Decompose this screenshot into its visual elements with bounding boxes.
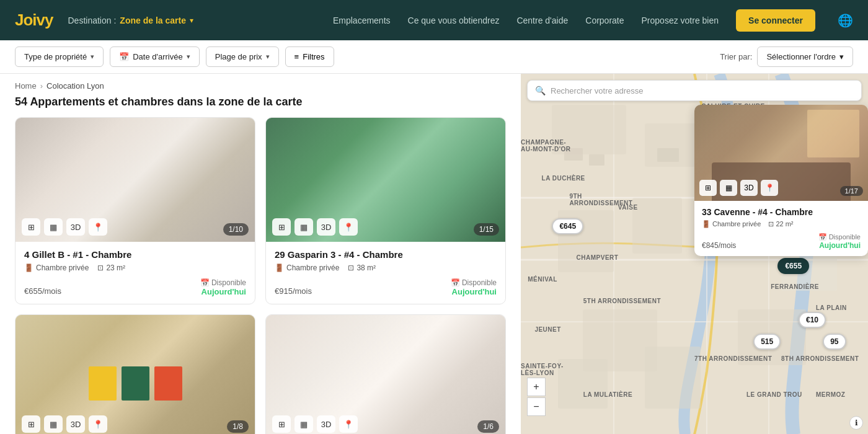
map-pin-645[interactable]: €645 bbox=[552, 218, 583, 234]
property-availability: 📅 Disponible Aujourd'hui bbox=[451, 278, 497, 296]
location-btn[interactable]: 📍 bbox=[89, 218, 107, 236]
popup-3d-btn[interactable]: 3D bbox=[740, 180, 758, 196]
nav-emplacements[interactable]: Emplacements bbox=[333, 16, 391, 25]
svg-rect-7 bbox=[552, 105, 626, 154]
door-icon: 🚪 bbox=[24, 264, 33, 272]
map-search[interactable]: 🔍 Rechercher votre adresse bbox=[527, 80, 862, 101]
filters-button[interactable]: ≡ Filtres bbox=[285, 46, 334, 67]
location-btn[interactable]: 📍 bbox=[339, 415, 358, 433]
door-icon: 🚪 bbox=[702, 220, 711, 228]
card-body: 4 Gillet B - #1 - Chambre 🚪 Chambre priv… bbox=[16, 242, 255, 304]
photo-view-btn[interactable]: ⊞ bbox=[22, 415, 40, 433]
popup-footer: €845/mois 📅 Disponible Aujourd'hui bbox=[702, 233, 861, 250]
photo-view-btn[interactable]: ⊞ bbox=[22, 218, 40, 236]
floorplan-btn[interactable]: ▦ bbox=[44, 218, 63, 236]
image-controls: ⊞ ▦ 3D 📍 bbox=[272, 218, 358, 236]
property-availability: 📅 Disponible Aujourd'hui bbox=[200, 278, 246, 296]
card-footer: €915/mois 📅 Disponible Aujourd'hui bbox=[275, 278, 497, 296]
property-title: 4 Gillet B - #1 - Chambre bbox=[24, 249, 246, 260]
nav-obtiendrez[interactable]: Ce que vous obtiendrez bbox=[408, 16, 500, 25]
connect-button[interactable]: Se connecter bbox=[736, 9, 815, 32]
destination-selector[interactable]: Destination : Zone de la carte ▾ bbox=[68, 16, 193, 25]
results-title: 54 Appartements et chambres dans la zone… bbox=[15, 95, 506, 108]
arrival-date-filter[interactable]: 📅 Date d'arrivée ▾ bbox=[110, 46, 200, 67]
breadcrumb-home[interactable]: Home bbox=[15, 81, 37, 91]
globe-icon[interactable]: 🌐 bbox=[838, 13, 853, 28]
property-type-filter[interactable]: Type de propriété ▾ bbox=[15, 46, 104, 67]
destination-value: Zone de la carte bbox=[120, 16, 186, 25]
floorplan-btn[interactable]: ▦ bbox=[294, 415, 313, 433]
property-card[interactable]: ⊞ ▦ 3D 📍 1/8 Colocation Lyon - Chambre 3… bbox=[15, 314, 255, 434]
3d-btn[interactable]: 3D bbox=[66, 415, 85, 433]
map-property-popup[interactable]: ⊞ ▦ 3D 📍 1/17 33 Cavenne - #4 - Chambre … bbox=[694, 105, 868, 256]
calendar-icon: 📅 bbox=[451, 278, 460, 287]
results-label: Appartements et chambres dans la zone de… bbox=[30, 95, 302, 108]
calendar-icon: 📅 bbox=[119, 52, 129, 61]
breadcrumb: Home › Colocation Lyon bbox=[15, 81, 506, 91]
3d-btn[interactable]: 3D bbox=[66, 218, 85, 236]
breadcrumb-separator: › bbox=[40, 81, 43, 91]
property-card[interactable]: ⊞ ▦ 3D 📍 1/6 Colocation Lyon - Chambre 7… bbox=[265, 314, 506, 434]
map-info-button[interactable]: ℹ bbox=[849, 416, 863, 430]
floorplan-btn[interactable]: ▦ bbox=[44, 415, 63, 433]
nav-proposez[interactable]: Proposez votre bien bbox=[642, 16, 719, 25]
map-pin-515[interactable]: 515 bbox=[753, 334, 781, 350]
property-grid: ⊞ ▦ 3D 📍 1/10 4 Gillet B - #1 - Chambre … bbox=[15, 117, 506, 434]
image-controls: ⊞ ▦ 3D 📍 bbox=[22, 415, 107, 433]
popup-body: 33 Cavenne - #4 - Chambre 🚪 Chambre priv… bbox=[694, 201, 868, 256]
map-pin-10[interactable]: €10 bbox=[799, 312, 826, 328]
3d-btn[interactable]: 3D bbox=[317, 218, 335, 236]
zoom-out-button[interactable]: − bbox=[527, 397, 546, 416]
svg-rect-17 bbox=[564, 148, 583, 161]
map-pin-655[interactable]: €655 bbox=[777, 258, 809, 274]
nav-aide[interactable]: Centre d'aide bbox=[516, 16, 568, 25]
avail-date: Aujourd'hui bbox=[451, 287, 497, 296]
chevron-down-icon: ▾ bbox=[839, 52, 844, 61]
location-btn[interactable]: 📍 bbox=[89, 415, 107, 433]
results-count: 54 bbox=[15, 95, 27, 108]
map-panel: SAINT-RAMBERT Caluire-et-Cuire Champagne… bbox=[521, 74, 868, 434]
popup-floor-btn[interactable]: ▦ bbox=[720, 180, 737, 196]
calendar-icon: 📅 bbox=[818, 233, 827, 241]
map-controls: + − bbox=[527, 378, 546, 416]
image-counter: 1/15 bbox=[474, 223, 499, 236]
price-range-filter[interactable]: Plage de prix ▾ bbox=[206, 46, 279, 67]
filter-bar: Type de propriété ▾ 📅 Date d'arrivée ▾ P… bbox=[0, 40, 868, 74]
location-btn[interactable]: 📍 bbox=[339, 218, 358, 236]
main-nav: Emplacements Ce que vous obtiendrez Cent… bbox=[333, 9, 853, 32]
property-card[interactable]: ⊞ ▦ 3D 📍 1/15 29 Gasparin 3 - #4 - Chamb… bbox=[265, 117, 506, 304]
svg-rect-10 bbox=[632, 198, 682, 254]
chevron-down-icon: ▾ bbox=[190, 16, 193, 25]
arrival-date-label: Date d'arrivée bbox=[133, 52, 183, 61]
card-image: ⊞ ▦ 3D 📍 1/8 bbox=[16, 315, 255, 434]
area-icon: ⊡ bbox=[348, 264, 354, 272]
image-counter: 1/8 bbox=[227, 420, 249, 433]
filter-icon: ≡ bbox=[294, 52, 299, 61]
logo[interactable]: Joivy bbox=[15, 11, 53, 30]
main-layout: Home › Colocation Lyon 54 Appartements e… bbox=[0, 74, 868, 434]
image-counter: 1/10 bbox=[223, 223, 249, 236]
map-search-placeholder: Rechercher votre adresse bbox=[551, 86, 644, 95]
property-card[interactable]: ⊞ ▦ 3D 📍 1/10 4 Gillet B - #1 - Chambre … bbox=[15, 117, 255, 304]
popup-location-btn[interactable]: 📍 bbox=[761, 180, 778, 196]
nav-corporate[interactable]: Corporate bbox=[585, 16, 624, 25]
chevron-down-icon: ▾ bbox=[187, 53, 190, 61]
card-body: 29 Gasparin 3 - #4 - Chambre 🚪 Chambre p… bbox=[266, 242, 505, 304]
photo-view-btn[interactable]: ⊞ bbox=[272, 415, 291, 433]
zoom-in-button[interactable]: + bbox=[527, 378, 546, 396]
card-footer: €655/mois 📅 Disponible Aujourd'hui bbox=[24, 278, 246, 296]
map-pin-95[interactable]: 95 bbox=[823, 334, 846, 350]
popup-image-controls: ⊞ ▦ 3D 📍 bbox=[699, 180, 778, 196]
3d-btn[interactable]: 3D bbox=[317, 415, 335, 433]
card-image: ⊞ ▦ 3D 📍 1/10 bbox=[16, 118, 255, 242]
property-type-label: Type de propriété bbox=[24, 52, 87, 61]
popup-area: ⊡ 22 m² bbox=[768, 220, 793, 228]
photo-view-btn[interactable]: ⊞ bbox=[272, 218, 291, 236]
map-container[interactable]: SAINT-RAMBERT Caluire-et-Cuire Champagne… bbox=[521, 74, 868, 434]
chevron-down-icon: ▾ bbox=[266, 53, 270, 61]
floorplan-btn[interactable]: ▦ bbox=[294, 218, 313, 236]
popup-photo-btn[interactable]: ⊞ bbox=[699, 180, 717, 196]
property-price: €655/mois bbox=[24, 285, 61, 296]
avail-label: 📅 Disponible bbox=[200, 278, 246, 287]
sort-select[interactable]: Sélectionner l'ordre ▾ bbox=[757, 46, 853, 67]
